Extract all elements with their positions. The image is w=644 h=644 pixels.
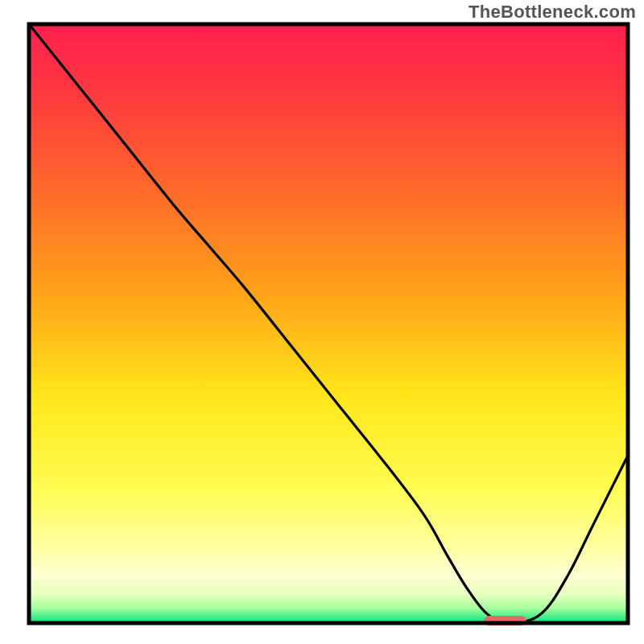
plot-background (29, 24, 628, 623)
watermark-text: TheBottleneck.com (469, 2, 636, 23)
bottleneck-plot (0, 0, 644, 644)
